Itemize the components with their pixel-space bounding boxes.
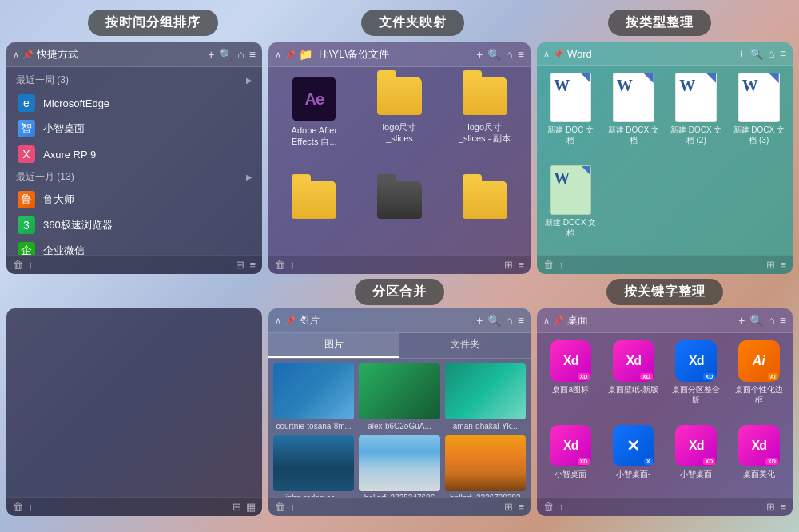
folder-chevron-icon[interactable]: ∧ <box>275 50 281 60</box>
word-item-1[interactable]: W 新建 DOC 文档 <box>542 70 600 158</box>
desktop-icon-7[interactable]: Xd XD 小智桌面 <box>667 423 725 492</box>
word-item-5[interactable]: W 新建 DOCX 文档 <box>542 163 600 251</box>
shortcut-ludashi[interactable]: 鲁 鲁大师 <box>6 187 262 212</box>
desktop-icon-8[interactable]: Xd XD 桌面美化 <box>730 423 789 492</box>
settings-icon[interactable]: ⌂ <box>237 48 244 61</box>
folder-grid-icon[interactable]: ⊞ <box>504 259 513 271</box>
folder-trash-icon[interactable]: 🗑 <box>275 259 285 271</box>
group-month-arrow[interactable]: ▶ <box>246 173 252 181</box>
tab-images[interactable]: 图片 <box>268 333 400 358</box>
word-add-icon[interactable]: + <box>738 47 745 60</box>
shortcuts-bottom-trash[interactable]: 🗑 <box>13 501 23 513</box>
xd-badge-3: XD <box>703 373 716 380</box>
bottom-label-right: 按关键字整理 <box>537 279 793 305</box>
word-trash-icon[interactable]: 🗑 <box>543 259 554 271</box>
folder-item-ae[interactable]: Ae Adobe AfterEffects 自... <box>275 73 354 171</box>
word-item-3[interactable]: W 新建 DOCX 文档 (2) <box>667 70 725 158</box>
desktop-icon-3[interactable]: Xd XD 桌面分区整合版 <box>667 338 725 418</box>
desktop-add-icon[interactable]: + <box>738 314 745 327</box>
folder-content: Ae Adobe AfterEffects 自... logo尺寸_slices… <box>268 67 531 255</box>
list-icon[interactable]: ≡ <box>249 259 256 271</box>
word-item-4[interactable]: W 新建 DOCX 文档 (3) <box>730 70 789 158</box>
tab-folders[interactable]: 文件夹 <box>400 333 531 358</box>
images-settings-icon[interactable]: ⌂ <box>506 314 512 327</box>
bottom-section-row: 分区合并 按关键字整理 <box>0 274 799 308</box>
folder-item-empty1[interactable] <box>275 177 354 248</box>
desktop-sort-icon[interactable]: ↑ <box>559 501 564 513</box>
folder-list-icon[interactable]: ≡ <box>518 259 524 271</box>
word-w-4: W <box>742 77 758 95</box>
folder-add-icon[interactable]: + <box>476 48 483 61</box>
shortcuts-bottom-grid[interactable]: ⊞ <box>233 501 241 513</box>
desktop-menu-icon[interactable]: ≡ <box>780 314 786 327</box>
image-item-2[interactable]: alex-b6C2oGuA... <box>359 363 439 431</box>
folder-item-logo1[interactable]: logo尺寸_slices <box>360 73 439 171</box>
image-item-4[interactable]: john-roden-ca... <box>273 435 354 497</box>
images-sort-icon[interactable]: ↑ <box>290 501 296 513</box>
desktop-pin-icon[interactable]: 📌 <box>553 316 564 326</box>
word-sort-icon[interactable]: ↑ <box>559 259 564 271</box>
image-item-6[interactable]: hellorf_2236799393 <box>445 435 526 497</box>
images-chevron-icon[interactable]: ∧ <box>275 316 281 326</box>
word-item-2[interactable]: W 新建 DOCX 文档 <box>605 70 663 158</box>
shortcut-axure[interactable]: X Axure RP 9 <box>6 141 262 167</box>
images-add-icon[interactable]: + <box>476 314 483 327</box>
image-item-3[interactable]: aman-dhakal-Yk... <box>445 363 526 431</box>
desktop-icon-label-4: 桌面个性化边框 <box>733 384 786 405</box>
images-grid-icon[interactable]: ⊞ <box>504 501 513 513</box>
trash-icon[interactable]: 🗑 <box>13 259 23 271</box>
desktop-grid-icon[interactable]: ⊞ <box>766 501 775 513</box>
images-pin-icon[interactable]: 📌 <box>284 316 296 326</box>
desktop-icon-4[interactable]: Ai Ai 桌面个性化边框 <box>730 338 789 418</box>
desktop-list-icon[interactable]: ≡ <box>780 501 786 513</box>
shortcuts-bottom-sort[interactable]: ↑ <box>28 501 34 513</box>
folder-menu-icon[interactable]: ≡ <box>518 48 524 61</box>
folder-item-empty3[interactable] <box>445 177 524 248</box>
word-search-icon[interactable]: 🔍 <box>749 47 763 60</box>
word-grid-icon[interactable]: ⊞ <box>766 259 775 271</box>
folder-item-logo2[interactable]: logo尺寸_slices - 副本 <box>445 73 524 171</box>
word-pin-icon[interactable]: 📌 <box>553 49 564 59</box>
shortcut-xiaozhi[interactable]: 智 小智桌面 <box>6 116 262 141</box>
shortcut-edge[interactable]: e MicrosoftEdge <box>6 90 262 116</box>
desktop-search-icon[interactable]: 🔍 <box>749 314 763 327</box>
desktop-chevron-icon[interactable]: ∧ <box>543 316 550 326</box>
image-item-1[interactable]: courtnie-tosana-8m... <box>273 363 354 431</box>
desktop-icon-6[interactable]: ✕ X 小智桌面- <box>605 423 663 492</box>
folder-settings-icon[interactable]: ⌂ <box>506 48 512 61</box>
desktop-settings-icon[interactable]: ⌂ <box>768 314 774 327</box>
menu-icon[interactable]: ≡ <box>249 48 256 61</box>
desktop-icon-2[interactable]: Xd XD 桌面壁纸-新版 <box>605 338 663 418</box>
images-list-icon[interactable]: ≡ <box>518 501 524 513</box>
add-icon[interactable]: + <box>208 48 214 61</box>
shortcut-360[interactable]: 3 360极速浏览器 <box>6 212 262 238</box>
chevron-up-icon[interactable]: ∧ <box>13 50 19 60</box>
folder-sort-icon[interactable]: ↑ <box>290 259 296 271</box>
grid-icon[interactable]: ⊞ <box>236 259 244 271</box>
desktop-icon-5[interactable]: Xd XD 小智桌面 <box>542 423 600 492</box>
desktop-trash-icon[interactable]: 🗑 <box>543 501 554 513</box>
pin-icon[interactable]: 📌 <box>22 50 34 60</box>
word-chevron-icon[interactable]: ∧ <box>543 49 550 59</box>
folder-item-dark[interactable] <box>360 177 439 248</box>
sort-icon[interactable]: ↑ <box>28 259 34 271</box>
desktop-icon-1[interactable]: Xd XD 桌面a图标 <box>542 338 600 418</box>
thumb-4 <box>273 435 354 491</box>
folder-dark-icon <box>377 181 422 219</box>
group-week-arrow[interactable]: ▶ <box>246 76 252 85</box>
images-trash-icon[interactable]: 🗑 <box>275 501 285 513</box>
desktop-panel-header: ∧ 📌 桌面 + 🔍 ⌂ ≡ <box>537 308 793 333</box>
images-menu-icon[interactable]: ≡ <box>518 314 524 327</box>
word-menu-icon[interactable]: ≡ <box>780 47 786 60</box>
xd-text-7: Xd <box>689 439 703 453</box>
folder-search-icon[interactable]: 🔍 <box>487 48 501 61</box>
search-icon[interactable]: 🔍 <box>219 48 233 61</box>
images-search-icon[interactable]: 🔍 <box>487 314 501 327</box>
desktop-icon-label-5: 小智桌面 <box>555 469 586 479</box>
image-item-5[interactable]: hellorf_2235347686 <box>359 435 439 497</box>
shortcuts-bottom-list[interactable]: ▦ <box>246 501 256 513</box>
word-settings-icon[interactable]: ⌂ <box>768 47 774 60</box>
word-list-icon[interactable]: ≡ <box>780 259 786 271</box>
shortcut-wechatwork[interactable]: 企 企业微信 <box>6 238 262 255</box>
folder-pin-icon[interactable]: 📌 <box>284 50 296 60</box>
